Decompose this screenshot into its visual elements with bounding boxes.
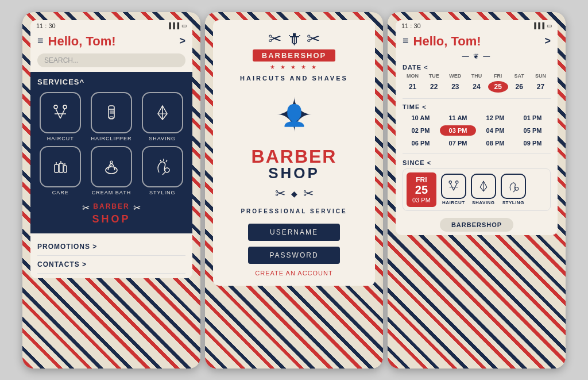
service-care[interactable]: CARE [37,146,84,195]
time-11am[interactable]: 11 AM [440,113,476,123]
since-shaving-label: SHAVING [472,200,494,205]
service-styling[interactable]: STYLING [139,146,185,195]
phone-frame-2: ✂ 🗡 ✂ BARBERSHOP ★ ★ ★ ★ ★ HAIRCUTS AND … [205,12,383,369]
service-haircut[interactable]: HAIRCUT [37,92,84,141]
phone-2-inner: ✂ 🗡 ✂ BARBERSHOP ★ ★ ★ ★ ★ HAIRCUTS AND … [213,20,375,286]
since-section: SINCE < FRI 25 03 PM [396,156,558,214]
haircut-label: HAIRCUT [47,136,74,141]
service-shaving[interactable]: SHAVING [139,92,185,141]
barber-head-container: ✦ 👤 [268,90,320,141]
svg-point-26 [449,181,451,183]
header-bar-3: ≡ Hello, Tom! > [396,32,558,52]
svg-line-23 [160,160,161,162]
svg-point-0 [54,105,57,109]
date-22[interactable]: 22 [424,81,444,93]
time-07pm[interactable]: 07 PM [440,138,476,148]
date-27[interactable]: 27 [531,81,551,93]
username-button[interactable]: USERNAME [248,224,340,241]
header-title-1: Hello, Tom! [48,34,180,49]
phone-3-inner: 11 : 30 ▐▐▐ ▭ ≡ Hello, Tom! > — ❦ — DATE… [396,20,558,235]
since-haircut-label: HAIRCUT [442,200,465,205]
menu-icon-1[interactable]: ≡ [37,35,44,47]
signal-icon-3: ▐▐▐ [532,22,544,29]
since-day-num: 25 [412,184,431,195]
menu-icon-3[interactable]: ≡ [403,35,409,47]
barbershop-emblem: ✂ 🗡 ✂ BARBERSHOP ★ ★ ★ ★ ★ [253,29,335,70]
create-account-link[interactable]: CREATE AN ACCOUNT [255,270,332,277]
shop-text-1: SHOP [37,213,185,225]
since-shaving-icon [471,174,496,199]
phone-1-inner: 11 : 30 ▐▐▐ ▭ ≡ Hello, Tom! > SEARCH... [30,20,192,278]
since-services-grid: HAIRCUT SHAVING [441,174,526,205]
date-25[interactable]: 25 [488,81,508,93]
date-21[interactable]: 21 [403,81,423,93]
header-arrow-3[interactable]: > [544,35,551,47]
status-bar-3: 11 : 30 ▐▐▐ ▭ [396,20,558,32]
time-04pm[interactable]: 04 PM [477,125,513,136]
status-bar-1: 11 : 30 ▐▐▐ ▭ [30,20,192,32]
since-styling-label: STYLING [502,200,524,205]
phone-frame-1: 11 : 30 ▐▐▐ ▭ ≡ Hello, Tom! > SEARCH... [22,12,200,369]
time-01pm[interactable]: 01 PM [514,113,551,123]
time-05pm[interactable]: 05 PM [514,125,551,136]
shaving-icon-box [142,92,183,133]
service-cream-bath[interactable]: CREAM BATH [88,146,135,195]
time-02pm[interactable]: 02 PM [403,125,439,136]
password-button[interactable]: PASSWORD [248,247,340,264]
search-bar-1[interactable]: SEARCH... [37,53,185,67]
emblem-banner: BARBERSHOP [253,49,335,62]
svg-line-22 [163,172,165,175]
since-haircut-icon [441,174,466,199]
scissors-deco: ✂ BARBER ✂ [37,202,185,213]
user-name-1: Tom! [86,34,116,48]
time-10am[interactable]: 10 AM [403,113,439,123]
content-area-1: SERVICES^ HAIRCU [30,72,192,233]
barber-big: BARBER [252,147,337,166]
professional-text: PROFESSIONAL SERVICE [241,208,347,214]
svg-line-25 [166,160,167,162]
date-26[interactable]: 26 [509,81,529,93]
scissors-row-2: ✂ ◆ ✂ [275,186,314,201]
since-service-styling: STYLING [501,174,526,205]
time-06pm[interactable]: 06 PM [403,138,439,148]
care-label: CARE [52,190,69,195]
since-card: FRI 25 03 PM [403,168,551,211]
time-03pm[interactable]: 03 PM [440,125,476,136]
signal-icon: ▐▐▐ [167,22,179,29]
header-title-3: Hello, Tom! [413,34,545,49]
contacts-link[interactable]: CONTACTS > [37,256,185,274]
since-time: 03 PM [412,197,431,204]
decorative-line-3: — ❦ — [396,52,558,60]
emblem-stars: ★ ★ ★ ★ ★ [270,64,318,70]
service-hairclipper[interactable]: HAIRCLIPPER [88,92,135,141]
haircut-icon-box [40,92,81,133]
header-arrow-1[interactable]: > [179,35,185,47]
scissors-left-icon: ✂ [275,186,285,201]
promotions-link[interactable]: PROMOTIONS > [37,238,185,256]
header-bar-1: ≡ Hello, Tom! > [30,32,192,53]
date-23[interactable]: 23 [445,81,465,93]
divider-icon: ◆ [291,189,297,198]
hairclipper-label: HAIRCLIPPER [91,136,131,141]
since-service-shaving: SHAVING [471,174,496,205]
status-time-3: 11 : 30 [401,22,421,29]
date-24[interactable]: 24 [466,81,486,93]
hairclipper-icon-box [91,92,132,133]
time-12pm[interactable]: 12 PM [477,113,513,123]
barber-text-1: BARBER [93,202,129,213]
barbershop-pill-button[interactable]: BARBERSHOP [440,218,513,232]
since-date-block: FRI 25 03 PM [407,172,436,207]
day-thu: THU [466,73,486,79]
barber-shop-big-text: BARBER SHOP [252,147,337,181]
time-08pm[interactable]: 08 PM [477,138,513,148]
shop-big: SHOP [252,166,337,181]
care-icon-box [40,146,81,187]
day-tue: TUE [424,73,444,79]
since-service-haircut: HAIRCUT [441,174,466,205]
services-title-1: SERVICES^ [37,78,185,86]
bottom-sections-1: PROMOTIONS > CONTACTS > [30,233,192,278]
battery-icon: ▭ [181,22,187,29]
divider-1 [403,98,551,99]
time-09pm[interactable]: 09 PM [514,138,551,148]
date-label: DATE < [403,64,551,71]
